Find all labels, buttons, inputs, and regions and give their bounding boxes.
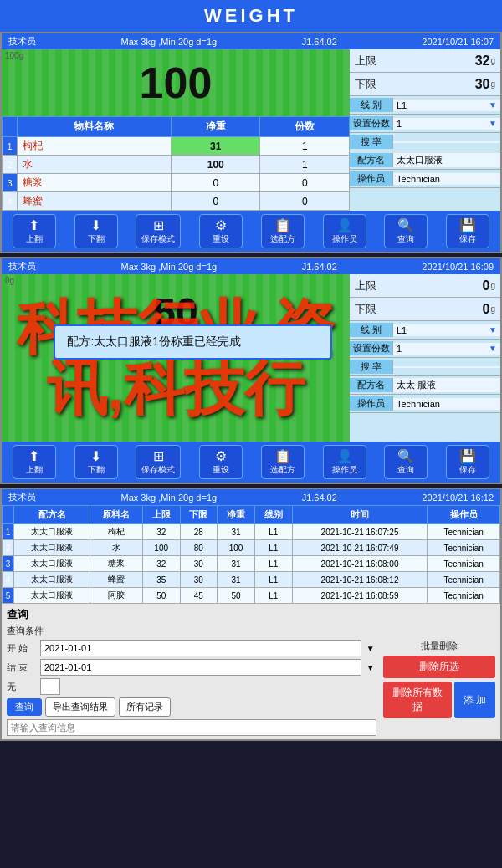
info-rate: 搜 率 xyxy=(350,133,500,151)
no-input[interactable] xyxy=(40,678,60,695)
query-button[interactable]: 查询 xyxy=(7,698,42,716)
panel-2: 技术员 Max 3kg ,Min 20g d=1g J1.64.02 2021/… xyxy=(0,257,502,484)
table-row: 1枸杞311 xyxy=(3,137,350,156)
btn-save-1[interactable]: 💾 保存 xyxy=(446,214,489,248)
btn-query-1[interactable]: 🔍 查询 xyxy=(384,214,428,248)
btn-select-recipe-1[interactable]: 📋 选配方 xyxy=(261,214,305,248)
table-row: 2水1001 xyxy=(3,156,350,174)
panel2-header: 技术员 Max 3kg ,Min 20g d=1g J1.64.02 2021/… xyxy=(2,258,500,274)
col-weight: 净重 xyxy=(171,117,260,137)
table-row: 1太太口服液枸杞322831L12021-10-21 16:07:25Techn… xyxy=(3,524,500,540)
btn-up-2[interactable]: ⬆ 上翻 xyxy=(13,445,56,479)
start-label: 开 始 xyxy=(7,642,37,655)
info-operator-val: Technician xyxy=(397,174,440,184)
info-portions-val: 1 xyxy=(397,119,402,129)
end-label: 结 束 xyxy=(7,661,37,674)
batch-label: 批量删除 xyxy=(383,640,495,652)
lower-limit-value: 30 xyxy=(475,77,490,92)
condition-label: 查询条件 xyxy=(7,625,44,637)
btn-save-mode-1[interactable]: ⊞ 保存模式 xyxy=(136,214,181,248)
btn-save-mode-2[interactable]: ⊞ 保存模式 xyxy=(136,445,181,479)
table-row: 3糖浆00 xyxy=(3,174,350,192)
panel1-weight: 100 xyxy=(140,58,213,108)
table-row: 2太太口服液水10080100L12021-10-21 16:07:49Tech… xyxy=(3,540,500,556)
col-operator: 操作员 xyxy=(428,506,500,524)
col-upper: 上限 xyxy=(142,506,180,524)
query-info-input[interactable] xyxy=(7,719,376,736)
table-row: 5太太口服液阿胶504550L12021-10-21 16:08:59Techn… xyxy=(3,588,500,604)
query-section: 查询 查询条件 开 始 ▼ 结 束 ▼ xyxy=(2,604,500,739)
btn-down-2[interactable]: ⬇ 下翻 xyxy=(74,445,118,479)
panel2-lower-limit: 下限 0 g xyxy=(350,298,500,321)
panel2-dialog: 配方:太太口服液1份称重已经完成 xyxy=(54,324,332,360)
upper-limit-value: 32 xyxy=(475,54,490,69)
info-recipe-val: 太太口服液 xyxy=(397,154,443,166)
panel2-info: 线 别 L1▼ 设置份数 1▼ 搜 率 配方名 太太 服液 操作员 Tec xyxy=(350,321,500,442)
panel2-datetime: 2021/10/21 16:09 xyxy=(422,262,494,272)
col-material: 原料名 xyxy=(90,506,143,524)
upper-limit-row: 上限 32 g xyxy=(350,49,500,73)
info-operator: 操作员 Technician xyxy=(350,170,500,188)
panel1-corner-label: 100g xyxy=(5,51,23,60)
table-row: 4蜂蜜00 xyxy=(3,192,350,211)
no-label: 无 xyxy=(7,681,37,693)
col-recipe: 配方名 xyxy=(14,506,90,524)
info-recipe: 配方名 太太口服液 xyxy=(350,151,500,170)
btn-operator-2[interactable]: 👤 操作员 xyxy=(323,445,366,479)
panel3-version: J1.64.02 xyxy=(302,493,337,503)
panel2-upper-limit: 上限 0 g xyxy=(350,274,500,298)
query-section-label: 查询 xyxy=(7,607,28,622)
btn-down-1[interactable]: ⬇ 下翻 xyxy=(74,214,118,248)
lower-limit-row: 下限 30 g xyxy=(350,73,500,96)
btn-reset-2[interactable]: ⚙ 重设 xyxy=(199,445,243,479)
col-lower: 下限 xyxy=(180,506,218,524)
add-button[interactable]: 添 加 xyxy=(454,682,495,718)
info-portions: 设置份数 1 ▼ xyxy=(350,115,500,133)
panel3-datetime: 2021/10/21 16:12 xyxy=(422,493,494,503)
panel1-user: 技术员 xyxy=(8,35,36,48)
col-line: 线别 xyxy=(254,506,292,524)
btn-select-recipe-2[interactable]: 📋 选配方 xyxy=(261,445,305,479)
col-portions: 份数 xyxy=(260,117,350,137)
panel1-specs: Max 3kg ,Min 20g d=1g xyxy=(121,37,218,47)
panel3-table: 配方名 原料名 上限 下限 净重 线别 时间 操作员 1太太口服液枸杞32283… xyxy=(2,505,500,604)
panel3-user: 技术员 xyxy=(8,491,36,503)
panel1-version: J1.64.02 xyxy=(302,37,337,47)
info-line: 线 别 L1 ▼ xyxy=(350,96,500,115)
all-records-button[interactable]: 所有记录 xyxy=(119,697,171,717)
btn-operator-1[interactable]: 👤 操作员 xyxy=(323,214,366,248)
query-label-row: 查询 xyxy=(7,607,495,622)
end-date-input[interactable] xyxy=(40,659,361,676)
table-row: 3太太口服液糖浆323031L12021-10-21 16:08:00Techn… xyxy=(3,556,500,572)
panel1-header: 技术员 Max 3kg ,Min 20g d=1g J1.64.02 2021/… xyxy=(2,33,500,49)
panel1-table: 物料名称 净重 份数 1枸杞3112水10013糖浆004蜂蜜00 xyxy=(2,116,350,211)
col-net: 净重 xyxy=(218,506,255,524)
panel2-toolbar: ⬆ 上翻 ⬇ 下翻 ⊞ 保存模式 ⚙ 重设 📋 选配方 👤 操作员 🔍 查询 💾 xyxy=(2,442,500,483)
panel2-user: 技术员 xyxy=(8,260,36,273)
query-condition-row: 查询条件 xyxy=(7,625,376,637)
btn-up-1[interactable]: ⬆ 上翻 xyxy=(13,214,56,248)
panel2-version: J1.64.02 xyxy=(302,262,337,272)
delete-all-button[interactable]: 删除所有数据 xyxy=(383,682,452,718)
panel2-specs: Max 3kg ,Min 20g d=1g xyxy=(121,262,218,272)
btn-query-2[interactable]: 🔍 查询 xyxy=(384,445,428,479)
export-button[interactable]: 导出查询结果 xyxy=(45,697,115,717)
app-title: WEIGHT xyxy=(0,0,502,32)
panel3-specs: Max 3kg ,Min 20g d=1g xyxy=(121,493,218,503)
table-row: 4太太口服液蜂蜜353031L12021-10-21 16:08:12Techn… xyxy=(3,572,500,588)
btn-save-2[interactable]: 💾 保存 xyxy=(446,445,489,479)
panel3-header: 技术员 Max 3kg ,Min 20g d=1g J1.64.02 2021/… xyxy=(2,489,500,505)
panel-3: 技术员 Max 3kg ,Min 20g d=1g J1.64.02 2021/… xyxy=(0,488,502,741)
delete-selected-button[interactable]: 删除所选 xyxy=(383,656,495,678)
panel1-info: 线 别 L1 ▼ 设置份数 1 ▼ 搜 率 xyxy=(350,96,500,211)
col-time: 时间 xyxy=(292,506,428,524)
col-name: 物料名称 xyxy=(18,117,172,137)
panel-1: 技术员 Max 3kg ,Min 20g d=1g J1.64.02 2021/… xyxy=(0,32,502,253)
panel1-datetime: 2021/10/21 16:07 xyxy=(422,37,494,47)
panel2-corner-label: 0g xyxy=(5,276,14,285)
start-date-input[interactable] xyxy=(40,640,361,656)
panel1-toolbar: ⬆ 上翻 ⬇ 下翻 ⊞ 保存模式 ⚙ 重设 📋 选配方 👤 操作员 🔍 查询 💾 xyxy=(2,211,500,252)
info-line-val: L1 xyxy=(397,100,407,110)
btn-reset-1[interactable]: ⚙ 重设 xyxy=(199,214,243,248)
